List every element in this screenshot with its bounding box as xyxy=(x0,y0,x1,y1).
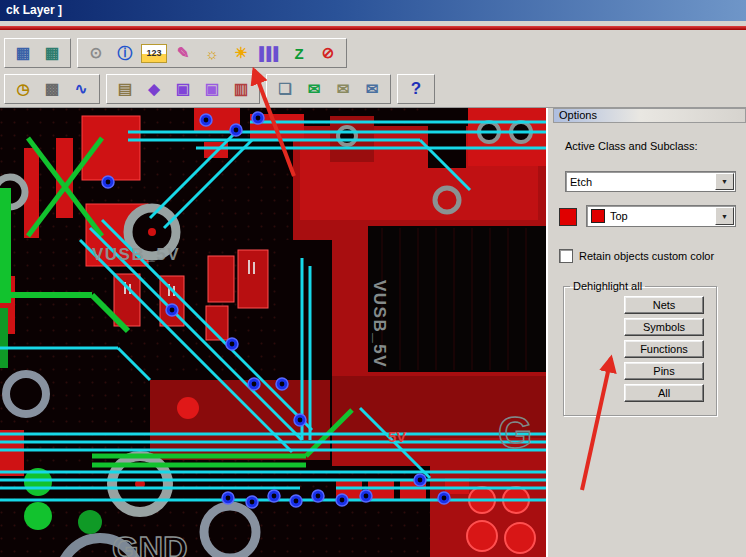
options-panel-header[interactable]: Options xyxy=(553,108,746,123)
dehighlight-buttons: Nets Symbols Functions Pins All xyxy=(564,292,716,402)
subclass-dropdown-value: Top xyxy=(610,210,628,222)
window-titlebar[interactable]: ck Layer ] xyxy=(0,0,746,21)
waveform-icon[interactable]: ∿ xyxy=(68,77,94,101)
dehighlight-functions-button[interactable]: Functions xyxy=(624,340,704,358)
window-title: ck Layer ] xyxy=(6,3,62,17)
dim-display-icon[interactable]: ☼ xyxy=(199,41,225,65)
doc-flag-icon[interactable]: ▥ xyxy=(228,77,254,101)
dehighlight-symbols-button[interactable]: Symbols xyxy=(624,318,704,336)
toolbar-row-2: ◷ ▩ ∿ ▤ ◆ ▣ ▣ ▥ ❏ ✉ ✉ ✉ ? xyxy=(4,74,435,104)
doc-diamond-icon[interactable]: ◆ xyxy=(141,77,167,101)
panel-divider xyxy=(546,108,553,557)
application-window: ck Layer ] ▦ ▦ ⊙ ⓘ 123 ✎ ☼ ☀ ▌▌▌ Z ⊘ ◷ xyxy=(0,0,746,557)
clipboard-icon[interactable]: ▤ xyxy=(112,77,138,101)
class-dropdown-value: Etch xyxy=(570,176,592,188)
color-dialog-icon[interactable]: ▦ xyxy=(10,41,36,65)
help-icon[interactable]: ? xyxy=(403,77,429,101)
retain-color-checkbox[interactable] xyxy=(559,249,573,263)
package-icon[interactable]: ▣ xyxy=(170,77,196,101)
label-123-icon[interactable]: 123 xyxy=(141,44,167,63)
silk-label-gnd: GND xyxy=(112,529,188,557)
mail-send-icon[interactable]: ✉ xyxy=(301,77,327,101)
pcb-canvas[interactable]: VUSB_5V VUSB_5V GND 5V G xyxy=(0,108,546,557)
dehighlight-groupbox: Dehighlight all Nets Symbols Functions P… xyxy=(563,280,717,416)
chevron-down-icon[interactable]: ▼ xyxy=(715,173,734,190)
retain-color-row: Retain objects custom color xyxy=(559,249,714,263)
toolbar-row-1: ▦ ▦ ⊙ ⓘ 123 ✎ ☼ ☀ ▌▌▌ Z ⊘ xyxy=(4,38,347,68)
dehighlight-group-title: Dehighlight all xyxy=(570,280,645,292)
info-badge-icon[interactable]: ⓘ xyxy=(112,41,138,65)
visibility-grid-icon[interactable]: ▦ xyxy=(39,41,65,65)
dehighlight-all-button[interactable]: All xyxy=(624,384,704,402)
toolbar-area: ▦ ▦ ⊙ ⓘ 123 ✎ ☼ ☀ ▌▌▌ Z ⊘ ◷ ▩ ∿ ▤ xyxy=(0,30,746,108)
clock-icon[interactable]: ◷ xyxy=(10,77,36,101)
highlight-pen-icon[interactable]: ✎ xyxy=(170,41,196,65)
silk-label-5v: 5V xyxy=(388,428,406,445)
chevron-down-icon[interactable]: ▼ xyxy=(715,207,734,225)
brightness-sun-icon[interactable]: ☀ xyxy=(228,41,254,65)
mail-icon[interactable]: ✉ xyxy=(330,77,356,101)
color-bars-icon[interactable]: ▌▌▌ xyxy=(257,41,283,65)
toolbar-group-highlight: ⊙ ⓘ 123 ✎ ☼ ☀ ▌▌▌ Z ⊘ xyxy=(77,38,347,68)
toolbar-group-mail: ❏ ✉ ✉ ✉ xyxy=(266,74,391,104)
toolbar-group-display: ▦ ▦ xyxy=(4,38,71,68)
dehighlight-nets-button[interactable]: Nets xyxy=(624,296,704,314)
top-layer-color-swatch-icon xyxy=(591,209,605,223)
subclass-dropdown[interactable]: Top ▼ xyxy=(586,205,736,227)
class-dropdown[interactable]: Etch ▼ xyxy=(565,171,736,192)
toolbar-group-help: ? xyxy=(397,74,435,104)
options-panel-title: Options xyxy=(559,109,597,121)
waive-icon[interactable]: Z xyxy=(286,41,312,65)
active-class-label: Active Class and Subclass: xyxy=(565,140,698,152)
toolbar-group-files: ▤ ◆ ▣ ▣ ▥ xyxy=(106,74,260,104)
dehighlight-pins-button[interactable]: Pins xyxy=(624,362,704,380)
net-label-vusb5v-vertical: VUSB_5V xyxy=(370,280,389,368)
mail-frame-icon[interactable]: ✉ xyxy=(359,77,385,101)
options-panel: Options Active Class and Subclass: Etch … xyxy=(553,108,746,557)
pad-grid-icon[interactable]: ▩ xyxy=(39,77,65,101)
unrats-icon[interactable]: ⊙ xyxy=(83,41,109,65)
copy-stack-icon[interactable]: ❏ xyxy=(272,77,298,101)
package-alt-icon[interactable]: ▣ xyxy=(199,77,225,101)
silk-label-g: G xyxy=(498,408,532,457)
no-probe-icon[interactable]: ⊘ xyxy=(315,41,341,65)
toolbar-group-misc: ◷ ▩ ∿ xyxy=(4,74,100,104)
net-label-vusb5v-horizontal: VUSB_5V xyxy=(92,245,180,264)
retain-color-label: Retain objects custom color xyxy=(579,250,714,262)
layer-color-swatch[interactable] xyxy=(559,208,577,226)
